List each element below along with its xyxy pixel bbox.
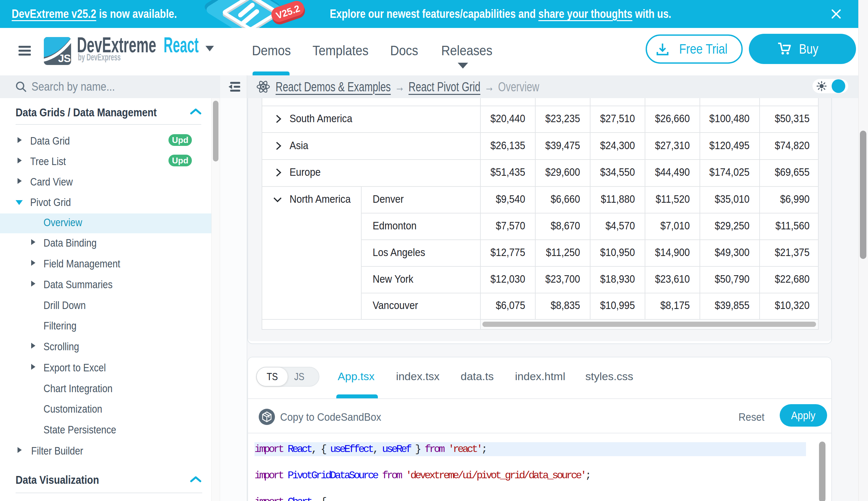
svg-text:JS: JS	[58, 52, 70, 64]
